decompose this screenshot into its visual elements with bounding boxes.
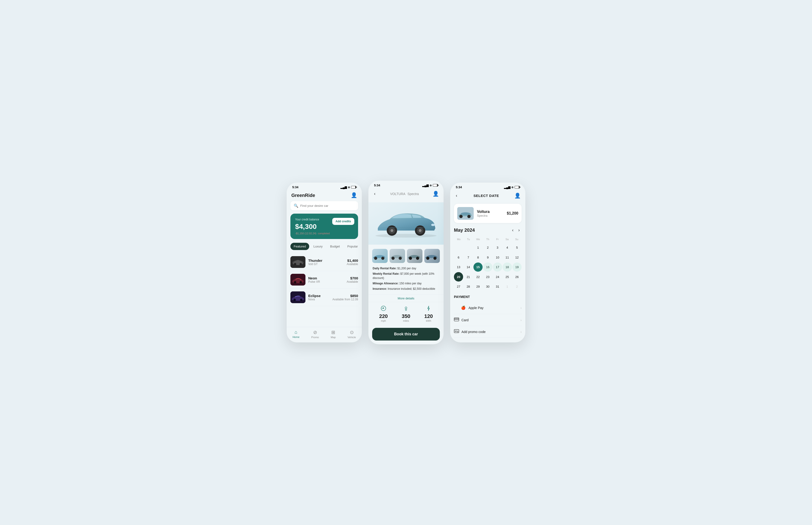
cal-day[interactable]: 6 — [454, 253, 463, 262]
stats-row: 220 mph 350 miles 120 — [368, 302, 444, 326]
cal-day[interactable]: 29 — [473, 282, 482, 291]
payment-card[interactable]: Card › — [454, 314, 522, 326]
phone-2: 5:34 ▂▄▆ ⌾ ‹ VOLTURA Spectra 👤 — [368, 181, 444, 344]
cal-day-range[interactable]: 18 — [503, 262, 512, 272]
tab-popular[interactable]: Popular — [344, 243, 361, 250]
spec-weekly: Weekly Rental Rate: $7,000 per week (wit… — [373, 272, 439, 280]
cal-day[interactable]: 9 — [483, 253, 492, 262]
nav-home[interactable]: ⌂ Home — [292, 329, 299, 339]
cal-day[interactable]: 5 — [512, 243, 522, 252]
thumb-2[interactable] — [389, 249, 405, 263]
profile-icon[interactable]: 👤 — [351, 192, 357, 198]
credit-card: Your credit balance Add credits $4,300 -… — [290, 214, 358, 239]
cal-day[interactable]: 28 — [463, 282, 473, 291]
promo-icon: ⊘ — [313, 329, 317, 335]
cal-day[interactable]: 13 — [454, 262, 463, 272]
cal-day-next[interactable]: 2 — [512, 282, 522, 291]
car-price-3: $850 — [333, 294, 358, 298]
cal-day[interactable]: 3 — [493, 243, 502, 252]
search-input[interactable] — [300, 204, 355, 208]
cal-day-end[interactable]: 20 — [454, 272, 463, 281]
tab-featured[interactable]: Featured — [290, 243, 309, 250]
car-price-col-2: $700 Available — [347, 276, 358, 283]
cal-day-start[interactable]: 15 — [473, 262, 482, 272]
svg-point-38 — [457, 331, 458, 332]
cal-day[interactable]: 23 — [483, 272, 492, 281]
app-title: GreenRide — [291, 193, 315, 198]
cal-day[interactable]: 24 — [493, 272, 502, 281]
back-button[interactable]: ‹ — [373, 190, 377, 197]
nav-promo-label: Promo — [311, 336, 319, 339]
signal-icon: ▂▄▆ — [340, 186, 347, 189]
cal-day-range[interactable]: 16 — [483, 262, 492, 272]
wifi-icon-3: ⌾ — [511, 185, 514, 189]
prev-month-button[interactable]: ‹ — [510, 227, 516, 234]
cal-day[interactable]: 22 — [473, 272, 482, 281]
thumb-1[interactable] — [372, 249, 388, 263]
calendar-grid: Mo Tu We Th Fr Sa Su 1 2 3 4 5 — [454, 237, 522, 291]
cal-day[interactable]: 31 — [493, 282, 502, 291]
calendar-day-names: Mo Tu We Th Fr Sa Su — [454, 237, 522, 242]
svg-point-33 — [461, 212, 470, 215]
cal-day[interactable]: 12 — [512, 253, 522, 262]
car-avail-2: Available — [347, 280, 358, 283]
phone1-header: GreenRide 👤 — [287, 190, 362, 201]
calendar-month: May 2024 — [454, 227, 475, 233]
cal-day[interactable]: 27 — [454, 282, 463, 291]
spec-daily: Daily Rental Rate: $1,200 per day — [373, 266, 439, 270]
tab-luxury[interactable]: Luxury — [310, 243, 326, 250]
calendar-nav: ‹ › — [510, 227, 522, 234]
back-button-3[interactable]: ‹ — [455, 192, 458, 199]
cal-day-range[interactable]: 19 — [512, 262, 522, 272]
cal-day[interactable]: 10 — [493, 253, 502, 262]
thumb-4[interactable] — [424, 249, 440, 263]
cal-day[interactable]: 26 — [512, 272, 522, 281]
profile-icon-3[interactable]: 👤 — [514, 193, 521, 199]
book-button[interactable]: Book this car — [372, 328, 440, 341]
battery-icon-3 — [515, 186, 520, 189]
day-sa: Sa — [502, 237, 512, 242]
profile-icon-2[interactable]: 👤 — [432, 191, 439, 197]
payment-apple-pay[interactable]: 🍎 Apple Pay › — [454, 301, 522, 314]
tab-budget[interactable]: Budget — [327, 243, 343, 250]
cal-day-next[interactable]: 1 — [503, 282, 512, 291]
search-icon: 🔍 — [294, 204, 298, 208]
car-thumbnails — [368, 247, 444, 266]
nav-home-label: Home — [292, 335, 299, 339]
next-month-button[interactable]: › — [517, 227, 522, 234]
phone3-header: ‹ SELECT DATE 👤 — [450, 190, 525, 202]
booking-price: $1,200 — [507, 211, 518, 215]
nav-promo[interactable]: ⊘ Promo — [311, 329, 319, 339]
vehicle-icon: ⊙ — [350, 329, 354, 335]
stat-speed-value: 220 — [379, 313, 388, 319]
thumb-3[interactable] — [407, 249, 423, 263]
search-bar[interactable]: 🔍 — [290, 201, 358, 210]
list-item[interactable]: Neon Pulse XR $700 Available — [290, 271, 358, 289]
cal-day[interactable]: 30 — [483, 282, 492, 291]
add-credits-button[interactable]: Add credits — [332, 218, 354, 225]
page-title: SELECT DATE — [473, 194, 499, 198]
cal-day[interactable]: 1 — [473, 243, 482, 252]
spec-insurance: Insurance: Insurance included; $2,500 de… — [373, 287, 439, 291]
signal-icon-3: ▂▄▆ — [504, 186, 510, 189]
nav-map[interactable]: ⊞ Map — [331, 329, 336, 339]
cal-day[interactable]: 25 — [503, 272, 512, 281]
cal-day[interactable]: 7 — [463, 253, 473, 262]
more-details-link[interactable]: More details — [368, 295, 444, 302]
list-item[interactable]: Eclipse Nova $850 Available from 12.09 — [290, 289, 358, 306]
svg-point-2 — [294, 263, 296, 265]
cal-day[interactable]: 21 — [463, 272, 473, 281]
cal-day-range[interactable]: 17 — [493, 262, 502, 272]
cal-day[interactable]: 4 — [503, 243, 512, 252]
nav-vehicle[interactable]: ⊙ Vehicle — [348, 329, 356, 339]
car-brand: VOLTURA — [390, 192, 405, 196]
payment-title: PAYMENT — [454, 295, 522, 299]
cal-day[interactable]: 11 — [503, 253, 512, 262]
cal-day[interactable]: 8 — [473, 253, 482, 262]
payment-promo[interactable]: Add promo code › — [454, 326, 522, 338]
cal-day[interactable]: 14 — [463, 262, 473, 272]
battery-icon — [351, 186, 356, 189]
cal-day[interactable]: 2 — [483, 243, 492, 252]
list-item[interactable]: Thunder Volt GT $1,400 Available — [290, 253, 358, 271]
apple-pay-label: Apple Pay — [469, 306, 484, 310]
